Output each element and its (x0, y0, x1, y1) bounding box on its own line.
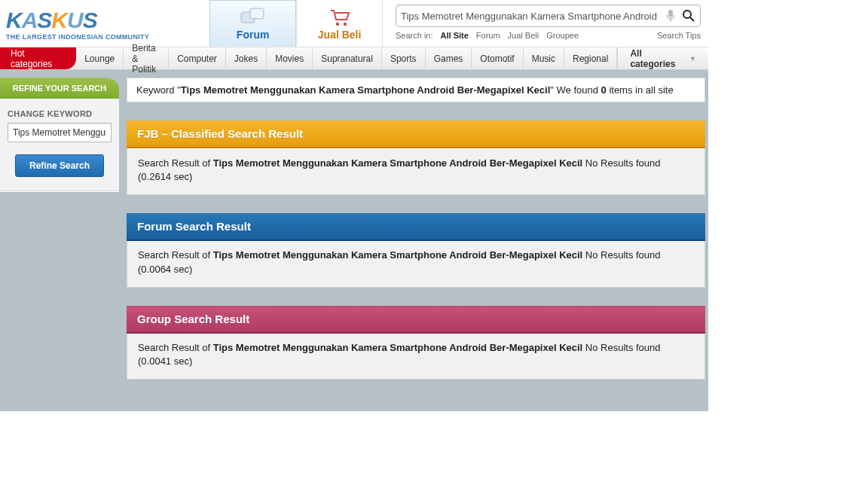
category-item[interactable]: Games (426, 47, 472, 69)
hot-categories-badge[interactable]: Hot categories (0, 47, 76, 69)
svg-point-3 (343, 23, 346, 26)
keyword-input[interactable] (8, 123, 112, 142)
kw-prefix: Keyword " (136, 84, 181, 96)
main: REFINE YOUR SEARCH CHANGE KEYWORD Refine… (0, 70, 708, 411)
kw-keyword: Tips Memotret Menggunakan Kamera Smartph… (181, 84, 550, 96)
keyword-summary-bar: Keyword "Tips Memotret Menggunakan Kamer… (127, 78, 705, 102)
header: KASKUS THE LARGEST INDONESIAN COMMUNITY … (0, 0, 708, 47)
category-item[interactable]: Supranatural (313, 47, 382, 69)
chevron-down-icon: ▼ (689, 55, 696, 63)
search-in-forum[interactable]: Forum (476, 31, 500, 40)
panel-group-body: Search Result of Tips Memotret Menggunak… (127, 334, 705, 380)
sidebar-body: CHANGE KEYWORD Refine Search (0, 99, 119, 191)
search-in-groupee[interactable]: Groupee (546, 31, 579, 40)
category-item[interactable]: Movies (267, 47, 313, 69)
panel-forum: Forum Search Result Search Result of Tip… (127, 213, 705, 287)
svg-line-7 (690, 17, 694, 21)
group-body-kw: Tips Memotret Menggunakan Kamera Smartph… (213, 342, 582, 353)
sidebar: REFINE YOUR SEARCH CHANGE KEYWORD Refine… (0, 78, 119, 398)
category-item[interactable]: Sports (382, 47, 426, 69)
kw-mid: " We found (550, 84, 601, 96)
panel-fjb: FJB – Classified Search Result Search Re… (127, 120, 705, 195)
change-keyword-label: CHANGE KEYWORD (8, 109, 112, 118)
kw-count: 0 (601, 84, 607, 96)
panel-group: Group Search Result Search Result of Tip… (127, 306, 705, 380)
panel-fjb-header: FJB – Classified Search Result (127, 120, 705, 148)
category-item[interactable]: Otomotif (472, 47, 523, 69)
search-icon[interactable] (682, 9, 695, 23)
fjb-body-prefix: Search Result of (138, 157, 213, 169)
search-tips-link[interactable]: Search Tips (657, 31, 701, 40)
svg-rect-1 (250, 8, 264, 19)
svg-point-2 (335, 23, 338, 26)
search-box (396, 5, 701, 27)
panel-fjb-body: Search Result of Tips Memotret Menggunak… (127, 148, 705, 195)
category-item[interactable]: Jokes (226, 47, 267, 69)
tab-jualbeli-label: Jual Beli (318, 29, 362, 41)
category-item[interactable]: Berita & Politik (124, 47, 169, 69)
search-in-allsite[interactable]: All Site (441, 31, 469, 40)
category-item[interactable]: Regional (564, 47, 617, 69)
fjb-body-kw: Tips Memotret Menggunakan Kamera Smartph… (213, 157, 582, 169)
content: Keyword "Tips Memotret Menggunakan Kamer… (127, 78, 705, 398)
forum-body-prefix: Search Result of (138, 249, 213, 261)
forum-body-kw: Tips Memotret Menggunakan Kamera Smartph… (213, 249, 582, 261)
search-input[interactable] (401, 11, 662, 22)
search-in-jualbeli[interactable]: Jual Beli (508, 31, 539, 40)
forum-icon (240, 6, 266, 29)
all-categories-dropdown[interactable]: All categories ▼ (617, 47, 708, 69)
logo[interactable]: KASKUS THE LARGEST INDONESIAN COMMUNITY (0, 0, 158, 47)
group-body-prefix: Search Result of (138, 342, 213, 353)
category-item[interactable]: Computer (169, 47, 226, 69)
category-item[interactable]: Lounge (76, 47, 124, 69)
category-list: LoungeBerita & PolitikComputerJokesMovie… (76, 47, 617, 69)
svg-rect-4 (668, 10, 673, 17)
logo-text: KASKUS (6, 9, 149, 32)
search-sub: Search in: All Site Forum Jual Beli Grou… (396, 31, 701, 40)
search-in-label: Search in: (396, 31, 433, 40)
cart-icon (329, 6, 351, 29)
app-container: KASKUS THE LARGEST INDONESIAN COMMUNITY … (0, 0, 708, 411)
svg-point-6 (683, 11, 691, 18)
tab-forum-label: Forum (237, 29, 270, 41)
all-categories-label: All categories (630, 48, 686, 69)
refine-header: REFINE YOUR SEARCH (0, 78, 119, 99)
logo-tagline: THE LARGEST INDONESIAN COMMUNITY (6, 33, 149, 41)
tab-forum[interactable]: Forum (209, 0, 296, 47)
refine-search-button[interactable]: Refine Search (15, 154, 104, 177)
category-bar: Hot categories LoungeBerita & PolitikCom… (0, 47, 708, 70)
panel-group-header: Group Search Result (127, 306, 705, 334)
panel-forum-header: Forum Search Result (127, 213, 705, 241)
kw-suffix: items in all site (607, 84, 674, 96)
nav-tabs: Forum Jual Beli (209, 0, 383, 47)
search-area: Search in: All Site Forum Jual Beli Grou… (396, 0, 708, 47)
mic-icon[interactable] (665, 9, 679, 23)
category-item[interactable]: Music (524, 47, 564, 69)
panel-forum-body: Search Result of Tips Memotret Menggunak… (127, 241, 705, 287)
tab-jualbeli[interactable]: Jual Beli (296, 0, 383, 47)
